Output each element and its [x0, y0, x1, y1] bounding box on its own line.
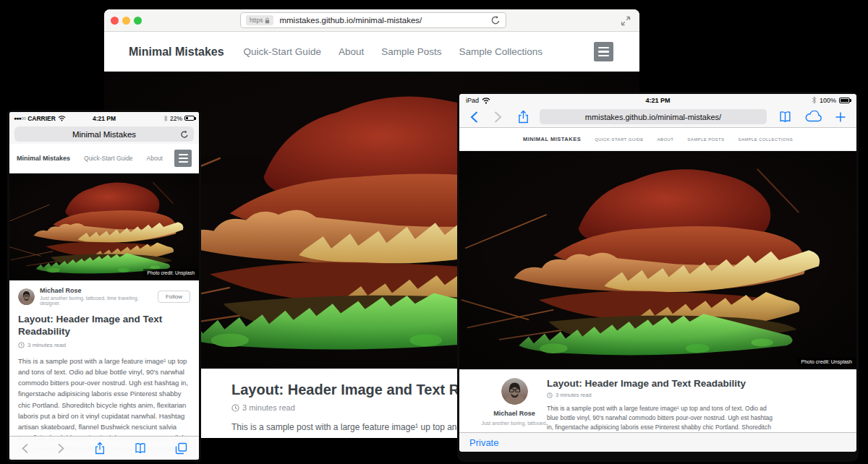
ipad-feature-image: Photo credit: Unsplash — [459, 151, 856, 369]
iphone-clock: 4:21 PM — [9, 115, 199, 122]
leaves-photo — [459, 151, 856, 369]
site-nav: Quick-Start Guide About Sample Posts Sam… — [244, 46, 542, 57]
page-title: Minimal Mistakes — [72, 130, 136, 139]
battery-icon — [839, 98, 850, 103]
article-paragraph: This is a sample post with a large featu… — [547, 404, 774, 432]
back-icon[interactable] — [469, 111, 479, 124]
iphone-safari-urlbar: Minimal Mistakes — [9, 124, 199, 144]
avatar — [501, 378, 528, 405]
forward-icon[interactable] — [57, 442, 65, 455]
ipad-nav-quick-start[interactable]: QUICK-START GUIDE — [595, 137, 643, 142]
window-controls — [111, 17, 142, 25]
author-name: Michael Rose — [480, 410, 549, 417]
iphone-status-bar: ●●●○○ CARRIER 4:21 PM 22% — [9, 112, 199, 124]
bookmarks-icon[interactable] — [778, 111, 792, 123]
share-icon[interactable] — [517, 110, 529, 124]
nav-link-sample-collections[interactable]: Sample Collections — [459, 46, 542, 57]
close-window-button[interactable] — [111, 17, 119, 25]
browser-titlebar: https mmistakes.github.io/minimal-mistak… — [104, 9, 639, 32]
iphone-device: ●●●○○ CARRIER 4:21 PM 22% Minimal Mistak… — [7, 110, 201, 462]
ipad-nav-about[interactable]: ABOUT — [658, 137, 674, 142]
leaves-photo — [9, 173, 199, 280]
private-browsing-bar: Private — [459, 432, 856, 452]
iphone-screen: ●●●○○ CARRIER 4:21 PM 22% Minimal Mistak… — [9, 112, 199, 460]
author-bio: Just another boring, tattooed, — [480, 421, 549, 426]
photo-credit: Photo credit: Unsplash — [143, 269, 199, 277]
ipad-site-nav: MINIMAL MISTAKES QUICK-START GUIDE ABOUT… — [459, 128, 856, 151]
new-tab-icon[interactable] — [835, 111, 846, 123]
clock-icon — [231, 404, 239, 412]
iphone-site-nav: Minimal Mistakes Quick-Start Guide About — [9, 144, 199, 173]
photo-credit: Photo credit: Unsplash — [797, 358, 856, 366]
ipad-nav-sample-posts[interactable]: SAMPLE POSTS — [687, 137, 724, 142]
ipad-clock: 4:21 PM — [459, 97, 856, 104]
author-card: Michael Rose Just another boring, tattoo… — [18, 287, 190, 306]
menu-toggle-icon[interactable] — [174, 150, 192, 167]
iphone-feature-image: Photo credit: Unsplash — [9, 173, 199, 280]
ipad-address-bar[interactable]: mmistakes.github.io/minimal-mistakes/ — [540, 109, 767, 124]
https-badge: https — [246, 15, 273, 25]
article-title: Layout: Header Image and Text Readabilit… — [547, 378, 774, 389]
read-time: 3 minutes read — [547, 392, 774, 398]
iphone-article-content: Michael Rose Just another boring, tattoo… — [9, 280, 199, 460]
nav-link-sample-posts[interactable]: Sample Posts — [381, 46, 441, 57]
follow-button[interactable]: Follow — [158, 291, 190, 303]
device-mockup-composite: https mmistakes.github.io/minimal-mistak… — [0, 0, 868, 464]
refresh-icon[interactable] — [490, 15, 501, 25]
ipad-device: iPad 4:21 PM 100% mmistakes.github.io/mi… — [457, 92, 859, 462]
share-icon[interactable] — [94, 442, 106, 455]
nav-link-about[interactable]: About — [339, 46, 364, 57]
menu-toggle-icon[interactable] — [594, 42, 613, 61]
fullscreen-icon[interactable] — [621, 16, 631, 26]
read-time: 3 minutes read — [18, 342, 190, 348]
ipad-article-content: Michael Rose Just another boring, tattoo… — [459, 369, 856, 432]
site-header: Minimal Mistakes Quick-Start Guide About… — [104, 32, 639, 72]
read-time-label: 3 minutes read — [242, 403, 295, 412]
address-bar[interactable]: https mmistakes.github.io/minimal-mistak… — [240, 12, 506, 28]
read-time-label: 3 minutes read — [27, 342, 66, 348]
site-brand[interactable]: Minimal Mistakes — [129, 46, 224, 59]
iphone-address-bar[interactable]: Minimal Mistakes — [14, 126, 194, 142]
zoom-window-button[interactable] — [134, 17, 142, 25]
clock-icon — [547, 392, 553, 398]
icloud-tabs-icon[interactable] — [804, 111, 822, 123]
minimize-window-button[interactable] — [122, 17, 130, 25]
https-label: https — [250, 17, 263, 24]
ipad-nav-sample-collections[interactable]: SAMPLE COLLECTIONS — [738, 137, 793, 142]
iphone-safari-toolbar — [9, 436, 199, 460]
author-card: Michael Rose Just another boring, tattoo… — [480, 378, 549, 426]
iphone-site-brand[interactable]: Minimal Mistakes — [17, 155, 70, 162]
read-time-label: 3 minutes read — [556, 392, 592, 398]
ipad-safari-toolbar: mmistakes.github.io/minimal-mistakes/ — [459, 106, 856, 128]
bookmarks-icon[interactable] — [134, 442, 147, 454]
clock-icon — [18, 342, 25, 348]
iphone-nav-quick-start[interactable]: Quick-Start Guide — [84, 155, 133, 162]
lock-icon — [265, 17, 270, 24]
private-button[interactable]: Private — [469, 437, 498, 448]
forward-icon[interactable] — [493, 111, 503, 124]
tabs-icon[interactable] — [175, 442, 187, 455]
nav-link-quick-start[interactable]: Quick-Start Guide — [244, 46, 321, 57]
iphone-nav-about[interactable]: About — [147, 155, 163, 162]
back-icon[interactable] — [21, 442, 29, 455]
refresh-icon[interactable] — [180, 130, 189, 139]
ipad-screen: iPad 4:21 PM 100% mmistakes.github.io/mi… — [459, 94, 856, 452]
author-bio: Just another boring, tattooed, time trav… — [40, 296, 158, 306]
ipad-status-bar: iPad 4:21 PM 100% — [459, 94, 856, 106]
ipad-site-brand[interactable]: MINIMAL MISTAKES — [523, 136, 581, 142]
article-title: Layout: Header Image and Text Readabilit… — [18, 314, 190, 338]
author-name: Michael Rose — [40, 287, 158, 294]
url-text: mmistakes.github.io/minimal-mistakes/ — [279, 16, 422, 25]
avatar — [18, 288, 35, 305]
battery-icon — [184, 116, 195, 121]
